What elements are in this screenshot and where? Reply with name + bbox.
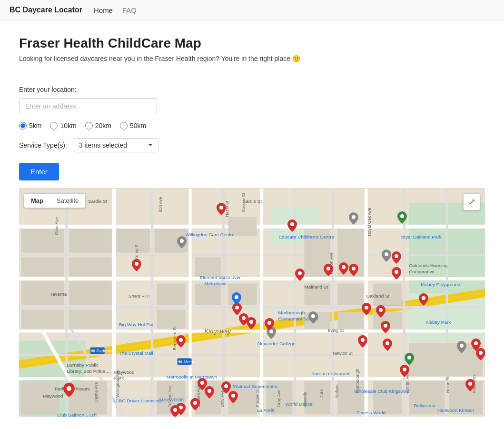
address-input[interactable]	[19, 98, 157, 114]
map-pin-3[interactable]	[132, 259, 141, 273]
map-pin-gray-2[interactable]	[382, 249, 391, 264]
svg-text:Burnaby Public: Burnaby Public	[67, 362, 99, 368]
map-pin-1[interactable]	[217, 203, 226, 217]
svg-text:Nolan St: Nolan St	[445, 376, 450, 393]
map-pin-35[interactable]	[400, 365, 409, 379]
radius-50km-label: 50km	[130, 122, 146, 130]
svg-text:Patterson: Patterson	[97, 349, 115, 353]
map-pin-36[interactable]	[170, 405, 180, 417]
map-pin-2[interactable]	[287, 219, 297, 234]
map-pin-18[interactable]	[376, 305, 385, 319]
svg-text:Royal Oak Ave: Royal Oak Ave	[367, 208, 372, 236]
svg-rect-29	[69, 258, 112, 277]
svg-text:Newton St: Newton St	[333, 351, 353, 356]
radius-10km[interactable]: 10km	[50, 122, 76, 130]
svg-rect-57	[373, 381, 402, 414]
svg-text:Big Way Hot Pot: Big Way Hot Pot	[119, 322, 154, 327]
svg-point-170	[407, 356, 411, 359]
svg-text:Alexander College: Alexander College	[257, 341, 296, 346]
map-pin-22[interactable]	[358, 335, 367, 349]
svg-rect-36	[157, 284, 186, 305]
map-background[interactable]: Kingsway Sardis St Sardis St Sardis St S…	[19, 189, 485, 417]
map-type-map-button[interactable]: Map	[24, 194, 50, 208]
map-pin-8[interactable]	[295, 269, 305, 283]
map-pin-31[interactable]	[190, 398, 200, 412]
svg-point-162	[474, 341, 478, 345]
svg-text:Korean restaurant: Korean restaurant	[311, 371, 349, 376]
map-pin-15[interactable]	[265, 318, 274, 332]
map-pin-23[interactable]	[383, 339, 392, 353]
map-pin-24[interactable]	[457, 341, 466, 355]
svg-text:M: M	[91, 349, 95, 353]
expand-icon: ⤢	[468, 197, 475, 207]
svg-point-133	[219, 206, 223, 210]
service-type-row: Service Type(s): 3 items selected Group …	[19, 138, 485, 152]
svg-point-146	[395, 270, 398, 274]
svg-text:Walmart Supercentre: Walmart Supercentre	[233, 384, 278, 389]
svg-rect-42	[21, 309, 64, 329]
enter-button[interactable]: Enter	[19, 163, 59, 180]
map-pin-16[interactable]	[308, 311, 318, 326]
svg-point-136	[400, 214, 404, 218]
svg-point-144	[67, 386, 71, 391]
radius-5km[interactable]: 5km	[19, 122, 41, 130]
svg-text:Kingsway: Kingsway	[205, 328, 232, 335]
map-pin-20[interactable]	[419, 293, 428, 308]
map-pin-4[interactable]	[392, 251, 401, 266]
svg-text:Wholesale Club Kingsway: Wholesale Club Kingsway	[354, 389, 409, 394]
radius-20km-radio[interactable]	[85, 122, 93, 130]
map-pin-9[interactable]	[392, 267, 401, 281]
map-pin-28[interactable]	[205, 386, 214, 400]
map-pin-gray-1[interactable]	[349, 212, 358, 227]
svg-rect-26	[117, 229, 150, 253]
svg-text:Jubli: Jubli	[319, 389, 324, 398]
divider	[19, 74, 485, 74]
map-pin-7[interactable]	[349, 264, 358, 278]
svg-point-156	[384, 324, 387, 328]
map-pin-34[interactable]	[465, 379, 475, 393]
map-pin-21[interactable]	[176, 335, 186, 349]
svg-text:The Crystal Mall: The Crystal Mall	[119, 350, 153, 356]
map-pin-17[interactable]	[362, 303, 371, 317]
svg-point-161	[460, 344, 464, 348]
location-label: Enter your location:	[19, 86, 485, 93]
svg-text:Sussex St: Sussex St	[241, 193, 246, 212]
svg-point-137	[135, 262, 138, 266]
map-pin-26[interactable]	[476, 348, 485, 362]
page-subtitle: Looking for licensed daycares near you i…	[19, 55, 485, 62]
map-pin-13[interactable]	[247, 317, 256, 331]
svg-text:ICBC Driver Licensing: ICBC Driver Licensing	[114, 398, 161, 403]
svg-text:Educare Children's Centre: Educare Children's Centre	[278, 234, 334, 239]
svg-text:Waverly: Waverly	[303, 392, 307, 408]
map-expand-button[interactable]: ⤢	[463, 193, 480, 210]
svg-point-166	[224, 384, 228, 388]
service-type-select[interactable]: 3 items selected Group Child Care Family…	[73, 138, 158, 152]
svg-point-159	[361, 338, 365, 342]
svg-rect-40	[337, 284, 364, 305]
svg-point-148	[235, 306, 239, 309]
map-pin-5[interactable]	[324, 264, 333, 278]
map-pin-gray-3[interactable]	[177, 236, 187, 250]
radius-20km[interactable]: 20km	[85, 122, 111, 130]
map-pin-6[interactable]	[339, 262, 348, 277]
svg-rect-35	[69, 281, 112, 305]
svg-point-157	[422, 296, 425, 300]
map-pin-19[interactable]	[381, 321, 390, 335]
svg-point-134	[290, 222, 294, 226]
radius-5km-radio[interactable]	[19, 122, 27, 130]
svg-text:Marlborough: Marlborough	[355, 369, 360, 393]
map-type-satellite-button[interactable]: Satellite	[50, 194, 85, 208]
map-pin-30[interactable]	[228, 391, 238, 405]
radius-50km-radio[interactable]	[120, 122, 128, 130]
svg-text:Kisbey Park: Kisbey Park	[425, 319, 451, 325]
radius-5km-label: 5km	[29, 122, 41, 130]
svg-text:Cooperative: Cooperative	[409, 269, 435, 274]
radius-50km[interactable]: 50km	[120, 122, 146, 130]
nav-home[interactable]: Home	[94, 6, 113, 14]
map-pin-accent[interactable]	[63, 383, 75, 399]
nav-faq[interactable]: FAQ	[122, 6, 137, 14]
radius-10km-radio[interactable]	[50, 122, 58, 130]
map-pin-green-1[interactable]	[397, 211, 407, 226]
svg-rect-28	[21, 258, 64, 277]
svg-rect-30	[195, 258, 221, 277]
